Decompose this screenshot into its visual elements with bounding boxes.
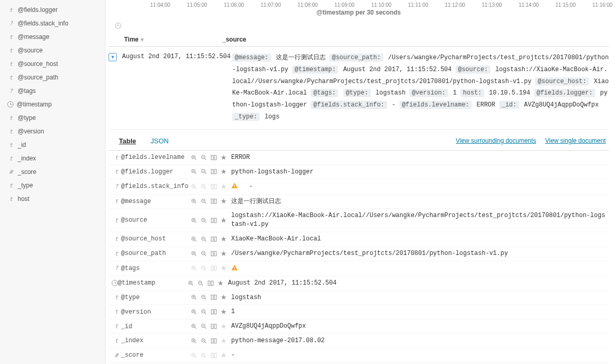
- filter-in-icon[interactable]: [191, 197, 197, 205]
- exists-filter-icon[interactable]: [220, 337, 227, 345]
- exists-filter-icon[interactable]: [220, 322, 227, 330]
- svg-rect-26: [211, 184, 213, 189]
- collapse-up-icon[interactable]: [109, 18, 609, 33]
- field-item[interactable]: t@type: [0, 111, 105, 125]
- field-item[interactable]: t_type: [0, 179, 105, 192]
- filter-in-icon[interactable]: [188, 279, 194, 287]
- exists-filter-icon[interactable]: [220, 235, 227, 243]
- filter-in-icon[interactable]: [191, 168, 197, 176]
- toggle-column-icon[interactable]: [210, 322, 217, 330]
- exists-filter-icon[interactable]: [220, 168, 227, 176]
- field-item[interactable]: t_id: [0, 138, 105, 152]
- detail-row: t@sourcelogstash://XiaoKe-MacBook-Air.lo…: [109, 209, 609, 232]
- filter-out-icon[interactable]: [200, 293, 207, 301]
- toggle-column-icon[interactable]: [210, 352, 217, 359]
- expand-toggle-button[interactable]: ▼: [109, 53, 117, 61]
- toggle-column-icon[interactable]: [210, 264, 217, 272]
- filter-in-icon[interactable]: [191, 235, 197, 243]
- svg-line-2: [195, 158, 196, 160]
- column-source[interactable]: _source: [220, 36, 246, 43]
- toggle-column-icon[interactable]: [207, 279, 214, 287]
- filter-out-icon[interactable]: [200, 235, 207, 243]
- source-key: @source_path:: [329, 53, 383, 62]
- exists-filter-icon[interactable]: [220, 250, 227, 258]
- filter-in-icon[interactable]: [191, 352, 197, 359]
- detail-row: t@typelogstash: [109, 291, 609, 305]
- toggle-column-icon[interactable]: [210, 183, 217, 191]
- exists-filter-icon[interactable]: [220, 308, 227, 316]
- field-item[interactable]: t@message: [0, 30, 105, 44]
- tab-json[interactable]: JSON: [143, 132, 176, 150]
- toggle-column-icon[interactable]: [210, 308, 217, 316]
- axis-label: @timestamp per 30 seconds: [109, 9, 609, 18]
- exists-filter-icon[interactable]: [220, 183, 227, 191]
- filter-in-icon[interactable]: [191, 250, 197, 258]
- tab-table[interactable]: Table: [112, 132, 143, 150]
- field-item[interactable]: t@source_path: [0, 71, 105, 84]
- field-item[interactable]: ?@fields.stack_info: [0, 17, 105, 30]
- toggle-column-icon[interactable]: [210, 235, 217, 243]
- detail-row: t@fields.levelnameERROR: [109, 151, 609, 165]
- svg-rect-47: [215, 218, 217, 223]
- toggle-column-icon[interactable]: [210, 197, 217, 205]
- field-item[interactable]: #_score: [0, 165, 105, 179]
- field-item[interactable]: t@fields.logger: [0, 3, 105, 17]
- exists-filter-icon[interactable]: [220, 217, 227, 224]
- view-surrounding-link[interactable]: View surrounding documents: [456, 137, 537, 144]
- svg-line-109: [205, 327, 206, 329]
- field-item[interactable]: ?@tags: [0, 84, 105, 98]
- filter-out-icon[interactable]: [197, 279, 204, 287]
- filter-in-icon[interactable]: [191, 183, 197, 191]
- sort-desc-icon[interactable]: ▼: [139, 37, 145, 43]
- filter-in-icon[interactable]: [191, 217, 197, 224]
- field-item[interactable]: t@version: [0, 125, 105, 138]
- filter-out-icon[interactable]: [200, 264, 207, 272]
- detail-field-value: /Users/wangke/PycharmProjects/test_projt…: [231, 249, 606, 258]
- svg-line-100: [205, 313, 206, 314]
- field-item[interactable]: t_index: [0, 152, 105, 165]
- exists-filter-icon[interactable]: [217, 279, 224, 287]
- svg-rect-120: [211, 339, 213, 343]
- svg-line-82: [202, 284, 203, 286]
- filter-out-icon[interactable]: [200, 217, 207, 224]
- toggle-column-icon[interactable]: [210, 168, 217, 176]
- filter-out-icon[interactable]: [200, 352, 207, 359]
- filter-in-icon[interactable]: [191, 264, 197, 272]
- filter-out-icon[interactable]: [200, 197, 207, 205]
- discover-main: 11:04:0011:05:0011:06:0011:07:0011:08:00…: [105, 0, 615, 364]
- filter-in-icon[interactable]: [191, 154, 197, 161]
- filter-out-icon[interactable]: [200, 154, 207, 161]
- exists-filter-icon[interactable]: [220, 293, 227, 301]
- exists-filter-icon[interactable]: [220, 197, 227, 205]
- view-single-link[interactable]: View single document: [545, 137, 606, 144]
- source-key: host:: [460, 89, 484, 97]
- filter-in-icon[interactable]: [191, 293, 197, 301]
- filter-out-icon[interactable]: [200, 183, 207, 191]
- filter-in-icon[interactable]: [191, 322, 197, 330]
- filter-out-icon[interactable]: [200, 322, 207, 330]
- svg-line-11: [195, 173, 196, 174]
- exists-filter-icon[interactable]: [220, 154, 227, 161]
- exists-filter-icon[interactable]: [220, 264, 227, 272]
- field-item[interactable]: thost: [0, 192, 105, 206]
- filter-out-icon[interactable]: [200, 308, 207, 316]
- detail-field-name: @source_host: [121, 235, 191, 242]
- field-item[interactable]: t@source_host: [0, 57, 105, 71]
- exists-filter-icon[interactable]: [220, 352, 227, 359]
- filter-in-icon[interactable]: [191, 337, 197, 345]
- toggle-column-icon[interactable]: [210, 250, 217, 258]
- toggle-column-icon[interactable]: [210, 293, 217, 301]
- filter-out-icon[interactable]: [200, 250, 207, 258]
- filter-in-icon[interactable]: [191, 308, 197, 316]
- field-item[interactable]: @timestamp: [0, 98, 105, 111]
- toggle-column-icon[interactable]: [210, 217, 217, 224]
- svg-line-40: [195, 221, 196, 223]
- svg-line-118: [205, 342, 206, 343]
- filter-out-icon[interactable]: [200, 168, 207, 176]
- detail-row: ?@tags: [109, 261, 609, 276]
- toggle-column-icon[interactable]: [210, 154, 217, 161]
- field-item[interactable]: t@source: [0, 44, 105, 57]
- toggle-column-icon[interactable]: [210, 337, 217, 345]
- column-time[interactable]: Time▼: [109, 36, 220, 43]
- filter-out-icon[interactable]: [200, 337, 207, 345]
